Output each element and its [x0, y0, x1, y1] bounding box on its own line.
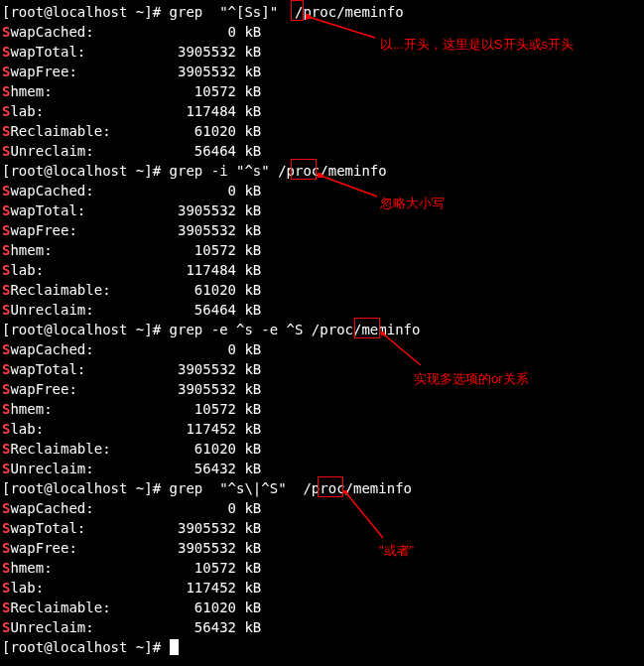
- command-line-1: [root@localhost ~]# grep "^[Ss]" /proc/m…: [2, 2, 642, 22]
- output-line: SwapCached: 0 kB: [2, 339, 642, 359]
- output-line: SwapTotal: 3905532 kB: [2, 42, 642, 62]
- output-line: SwapCached: 0 kB: [2, 181, 642, 200]
- output-line: SReclaimable: 61020 kB: [2, 280, 642, 300]
- output-line: SUnreclaim: 56464 kB: [2, 141, 642, 161]
- output-line: Shmem: 10572 kB: [2, 240, 642, 260]
- output-line: SwapCached: 0 kB: [2, 498, 642, 518]
- command-line-2: [root@localhost ~]# grep -i "^s" /proc/m…: [2, 161, 642, 181]
- output-line: Slab: 117484 kB: [2, 260, 642, 280]
- output-line: SwapFree: 3905532 kB: [2, 220, 642, 240]
- command-line-4: [root@localhost ~]# grep "^s\|^S" /proc/…: [2, 478, 642, 498]
- command-prompt[interactable]: [root@localhost ~]#: [2, 637, 642, 657]
- output-line: Shmem: 10572 kB: [2, 558, 642, 578]
- cursor-icon: [170, 639, 179, 655]
- terminal-output: [root@localhost ~]# grep "^[Ss]" /proc/m…: [2, 2, 642, 657]
- output-line: SwapFree: 3905532 kB: [2, 538, 642, 558]
- output-line: SReclaimable: 61020 kB: [2, 121, 642, 141]
- output-line: SReclaimable: 61020 kB: [2, 439, 642, 459]
- output-line: SwapCached: 0 kB: [2, 22, 642, 42]
- output-line: Slab: 117484 kB: [2, 101, 642, 121]
- output-line: SwapFree: 3905532 kB: [2, 379, 642, 399]
- output-line: Slab: 117452 kB: [2, 578, 642, 598]
- output-line: SUnreclaim: 56432 kB: [2, 617, 642, 637]
- output-line: SUnreclaim: 56432 kB: [2, 459, 642, 478]
- output-line: Slab: 117452 kB: [2, 419, 642, 439]
- output-line: SUnreclaim: 56464 kB: [2, 300, 642, 320]
- output-line: Shmem: 10572 kB: [2, 399, 642, 419]
- output-line: SReclaimable: 61020 kB: [2, 598, 642, 617]
- output-line: SwapTotal: 3905532 kB: [2, 200, 642, 220]
- output-line: SwapTotal: 3905532 kB: [2, 359, 642, 379]
- output-line: SwapFree: 3905532 kB: [2, 62, 642, 81]
- command-line-3: [root@localhost ~]# grep -e ^s -e ^S /pr…: [2, 320, 642, 339]
- output-line: SwapTotal: 3905532 kB: [2, 518, 642, 538]
- output-line: Shmem: 10572 kB: [2, 81, 642, 101]
